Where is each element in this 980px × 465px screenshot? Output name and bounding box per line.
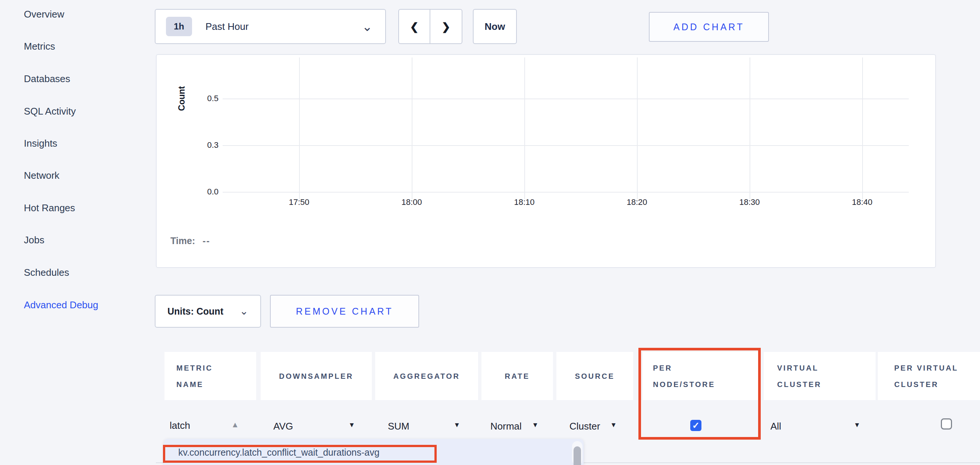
sidebar-item-jobs[interactable]: Jobs	[24, 232, 45, 248]
previous-time-button[interactable]: ❮	[399, 10, 430, 43]
column-header-text: METRIC	[177, 360, 256, 376]
column-header-rate: RATE	[481, 352, 553, 400]
metric-suggestion-item[interactable]: kv.concurrency.latch_conflict_wait_durat…	[178, 447, 380, 458]
hover-time-readout: Time:--	[170, 235, 210, 246]
remove-chart-button[interactable]: REMOVE CHART	[270, 295, 419, 328]
source-select-value[interactable]: Cluster	[570, 419, 600, 434]
chevron-left-icon: ❮	[410, 21, 418, 33]
scrollbar[interactable]	[572, 441, 582, 465]
sidebar-item-databases[interactable]: Databases	[24, 71, 70, 86]
caret-down-icon[interactable]: ▾	[350, 420, 354, 429]
column-header-text: NAME	[177, 376, 256, 393]
caret-down-icon[interactable]: ▾	[612, 420, 616, 429]
hover-time-value: --	[202, 235, 210, 246]
units-dropdown-label: Units: Count	[167, 306, 223, 317]
y-axis-label: Count	[177, 86, 187, 111]
column-header-aggregator: AGGREGATOR	[375, 352, 478, 400]
y-tick-label: 0.0	[189, 187, 218, 197]
per-node-store-checkbox[interactable]: ✓	[690, 420, 702, 431]
column-header-downsampler: DOWNSAMPLER	[261, 352, 372, 400]
sidebar-item-network[interactable]: Network	[24, 168, 59, 183]
column-header-metric-name: METRIC NAME	[164, 352, 256, 400]
column-header-text: PER VIRTUAL	[894, 360, 980, 376]
hover-time-label: Time:	[170, 235, 195, 246]
chevron-down-icon: ⌄	[240, 308, 248, 314]
sidebar-item-overview[interactable]: Overview	[24, 7, 64, 22]
units-dropdown[interactable]: Units: Count ⌄	[155, 295, 261, 328]
column-header-source: SOURCE	[556, 352, 633, 400]
column-header-text: NODE/STORE	[653, 376, 759, 393]
caret-down-icon[interactable]: ▾	[533, 420, 537, 429]
time-range-badge: 1h	[166, 17, 192, 36]
y-tick-label: 0.3	[189, 140, 218, 150]
time-pager: ❮ ❯	[398, 9, 462, 44]
column-header-text: CLUSTER	[894, 376, 980, 393]
next-time-button[interactable]: ❯	[430, 10, 462, 43]
column-header-text: AGGREGATOR	[393, 368, 460, 384]
y-tick-label: 0.5	[189, 94, 218, 103]
check-icon: ✓	[692, 420, 700, 431]
sidebar-item-hot-ranges[interactable]: Hot Ranges	[24, 200, 75, 215]
rate-select-value[interactable]: Normal	[490, 419, 522, 434]
column-header-text: CLUSTER	[777, 376, 876, 393]
column-header-text: SOURCE	[575, 368, 615, 384]
column-header-text: VIRTUAL	[777, 360, 876, 376]
column-header-text: DOWNSAMPLER	[279, 368, 353, 384]
downsampler-select-value[interactable]: AVG	[273, 419, 293, 434]
column-header-per-node-store: PER NODE/STORE	[643, 352, 759, 400]
aggregator-select-value[interactable]: SUM	[388, 419, 409, 434]
time-range-selector[interactable]: 1h Past Hour ⌄	[155, 9, 386, 44]
now-button[interactable]: Now	[473, 9, 517, 44]
sidebar-item-metrics[interactable]: Metrics	[24, 39, 55, 54]
time-range-label: Past Hour	[205, 21, 249, 32]
scrollbar-thumb[interactable]	[574, 446, 581, 465]
column-header-text: PER	[653, 360, 759, 376]
virtual-cluster-select-value[interactable]: All	[770, 419, 781, 434]
sidebar-item-insights[interactable]: Insights	[24, 136, 57, 151]
chevron-down-icon: ⌄	[362, 23, 373, 30]
caret-up-icon[interactable]: ▲	[231, 420, 239, 429]
caret-down-icon[interactable]: ▾	[855, 420, 859, 429]
chart-plot-area[interactable]	[223, 58, 909, 199]
caret-down-icon[interactable]: ▾	[455, 420, 459, 429]
sidebar-item-schedules[interactable]: Schedules	[24, 265, 69, 280]
sidebar-item-sql-activity[interactable]: SQL Activity	[24, 104, 76, 119]
add-chart-button[interactable]: ADD CHART	[649, 12, 769, 42]
per-virtual-cluster-checkbox[interactable]	[941, 419, 952, 430]
custom-chart-panel: Count 0.5 0.3 0.0 17:50 18:00 18:10 18:2…	[156, 54, 936, 268]
sidebar-item-advanced-debug[interactable]: Advanced Debug	[24, 297, 98, 312]
column-header-text: RATE	[505, 368, 530, 384]
metric-suggestions-dropdown: kv.concurrency.latch_conflict_wait_durat…	[164, 439, 584, 465]
column-header-per-virtual-cluster: PER VIRTUAL CLUSTER	[878, 352, 980, 400]
column-header-virtual-cluster: VIRTUAL CLUSTER	[764, 352, 876, 400]
metric-name-input[interactable]	[170, 417, 226, 434]
chevron-right-icon: ❯	[442, 21, 450, 33]
